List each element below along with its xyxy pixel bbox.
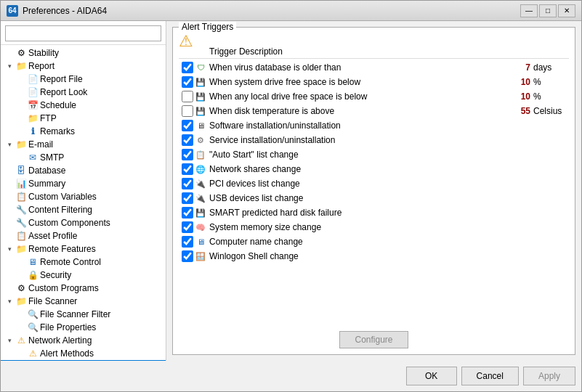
sidebar-item-label: Network Alerting — [28, 335, 92, 346]
sidebar-item-label: Stability — [28, 48, 59, 58]
computer-icon: 🖥 — [195, 236, 206, 248]
trigger-checkbox-3[interactable] — [182, 91, 193, 102]
software-icon: 🖥 — [195, 120, 206, 131]
expand-icon: ▾ — [4, 335, 15, 346]
trigger-checkbox-6[interactable] — [182, 134, 193, 146]
sidebar-item-file-properties[interactable]: 🔍 File Properties — [1, 321, 166, 334]
sidebar-item-label: Asset Profile — [28, 231, 77, 241]
trigger-checkbox-8[interactable] — [182, 163, 193, 175]
pci-icon: 🔌 — [195, 178, 206, 189]
sidebar-item-custom-programs[interactable]: ⚙ Custom Programs — [1, 282, 166, 295]
sidebar-item-label: Report — [28, 61, 54, 71]
sidebar-item-remarks[interactable]: ℹ Remarks — [1, 125, 166, 138]
memory-icon: 🧠 — [195, 221, 206, 233]
sidebar-item-email[interactable]: ▾ 📁 E-mail — [1, 138, 166, 151]
sidebar-item-remote-control[interactable]: 🖥 Remote Control — [1, 256, 166, 269]
sidebar-item-stability[interactable]: ⚙ Stability — [1, 46, 166, 60]
custom-components-icon: 🔧 — [15, 217, 27, 229]
sidebar-item-file-scanner[interactable]: ▾ 📁 File Scanner — [1, 295, 166, 308]
apply-button[interactable]: Apply — [523, 367, 575, 385]
trigger-checkbox-1[interactable] — [182, 62, 193, 73]
sidebar-item-smtp[interactable]: ✉ SMTP — [1, 151, 166, 164]
expand-icon — [4, 204, 15, 216]
trigger-checkbox-14[interactable] — [182, 250, 193, 262]
drive-icon: 💾 — [195, 76, 206, 88]
trigger-desc: PCI devices list change — [209, 179, 512, 189]
expand-icon — [4, 191, 15, 203]
trigger-unit: days — [533, 62, 566, 73]
sidebar-item-label: Remarks — [40, 126, 75, 136]
ok-button[interactable]: OK — [406, 367, 457, 385]
trigger-checkbox-9[interactable] — [182, 178, 193, 189]
sidebar-item-custom-variables[interactable]: 📋 Custom Variables — [1, 190, 166, 203]
file-scanner-icon: 📁 — [15, 295, 27, 307]
smart-icon: 💾 — [195, 207, 206, 219]
trigger-desc: SMART predicted hard disk failure — [209, 208, 512, 218]
sidebar-item-label: Content Filtering — [28, 205, 92, 215]
trigger-row: 🔌 USB devices list change — [179, 191, 569, 205]
sidebar-item-custom-components[interactable]: 🔧 Custom Components — [1, 216, 166, 229]
trigger-unit: Celsius — [533, 106, 566, 116]
sidebar-item-report-file[interactable]: 📄 Report File — [1, 73, 166, 86]
trigger-unit: % — [533, 91, 566, 102]
sidebar-item-label: Database — [28, 166, 65, 176]
expand-icon — [4, 282, 15, 294]
sidebar-item-label: FTP — [40, 113, 57, 123]
network-alerting-icon: ⚠ — [15, 335, 27, 346]
sidebar-item-label: Schedule — [40, 100, 76, 110]
trigger-row: 📋 "Auto Start" list change — [179, 147, 569, 162]
cancel-button[interactable]: Cancel — [461, 367, 519, 385]
sidebar-item-label: Remote Control — [40, 257, 101, 267]
sidebar-item-report[interactable]: ▾ 📁 Report — [1, 60, 166, 73]
trigger-row: 🔌 PCI devices list change — [179, 176, 569, 191]
sidebar-item-remote-features[interactable]: ▾ 📁 Remote Features — [1, 242, 166, 256]
trigger-checkbox-11[interactable] — [182, 207, 193, 219]
close-button[interactable]: ✕ — [558, 4, 575, 17]
schedule-icon: 📅 — [27, 99, 39, 111]
trigger-value: 10 — [512, 77, 533, 87]
title-buttons: — □ ✕ — [520, 4, 575, 17]
main-content: ⚙ Stability ▾ 📁 Report 📄 Report File — [1, 21, 581, 361]
sidebar-item-schedule[interactable]: 📅 Schedule — [1, 99, 166, 112]
sidebar-item-security[interactable]: 🔒 Security — [1, 269, 166, 282]
trigger-desc: Winlogon Shell change — [209, 251, 512, 261]
autostart-icon: 📋 — [195, 149, 206, 160]
trigger-checkbox-4[interactable] — [182, 105, 193, 117]
tree: ⚙ Stability ▾ 📁 Report 📄 Report File — [1, 45, 166, 361]
search-input[interactable] — [5, 25, 161, 41]
content-filtering-icon: 🔧 — [15, 204, 27, 216]
trigger-checkbox-10[interactable] — [182, 192, 193, 204]
title-bar: 64 Preferences - AIDA64 — □ ✕ — [1, 1, 581, 21]
sidebar-item-label: File Scanner — [28, 296, 77, 306]
minimize-button[interactable]: — — [520, 4, 538, 17]
sidebar-item-report-look[interactable]: 📄 Report Look — [1, 86, 166, 99]
trigger-value: 7 — [512, 62, 533, 73]
sidebar-item-content-filtering[interactable]: 🔧 Content Filtering — [1, 203, 166, 216]
trigger-desc: Service installation/uninstallation — [209, 135, 512, 145]
sidebar-item-asset-profile[interactable]: 📋 Asset Profile — [1, 229, 166, 242]
trigger-checkbox-7[interactable] — [182, 149, 193, 160]
remarks-icon: ℹ — [27, 126, 39, 137]
sidebar-item-network-alerting[interactable]: ▾ ⚠ Network Alerting — [1, 334, 166, 347]
left-panel: ⚙ Stability ▾ 📁 Report 📄 Report File — [1, 21, 166, 361]
maximize-button[interactable]: □ — [539, 4, 557, 17]
trigger-checkbox-13[interactable] — [182, 236, 193, 248]
sidebar-item-alert-methods[interactable]: ⚠ Alert Methods — [1, 347, 166, 360]
trigger-desc: When disk temperature is above — [209, 106, 512, 116]
trigger-row: 💾 When disk temperature is above 55 Cels… — [179, 104, 569, 118]
configure-button[interactable]: Configure — [339, 331, 408, 348]
shield-icon: 🛡 — [195, 62, 206, 73]
trigger-checkbox-2[interactable] — [182, 76, 193, 88]
custom-programs-icon: ⚙ — [15, 282, 27, 294]
window-title: Preferences - AIDA64 — [23, 6, 107, 16]
sidebar-item-label: Custom Components — [28, 218, 110, 228]
sidebar-item-ftp[interactable]: 📁 FTP — [1, 112, 166, 125]
sidebar-item-summary[interactable]: 📊 Summary — [1, 177, 166, 190]
sidebar-item-file-scanner-filter[interactable]: 🔍 File Scanner Filter — [1, 308, 166, 321]
sidebar-item-database[interactable]: 🗄 Database — [1, 164, 166, 177]
trigger-checkbox-12[interactable] — [182, 221, 193, 233]
remote-features-icon: 📁 — [15, 243, 27, 255]
trigger-checkbox-5[interactable] — [182, 120, 193, 131]
app-icon: 64 — [7, 5, 18, 17]
stability-icon: ⚙ — [15, 47, 27, 59]
